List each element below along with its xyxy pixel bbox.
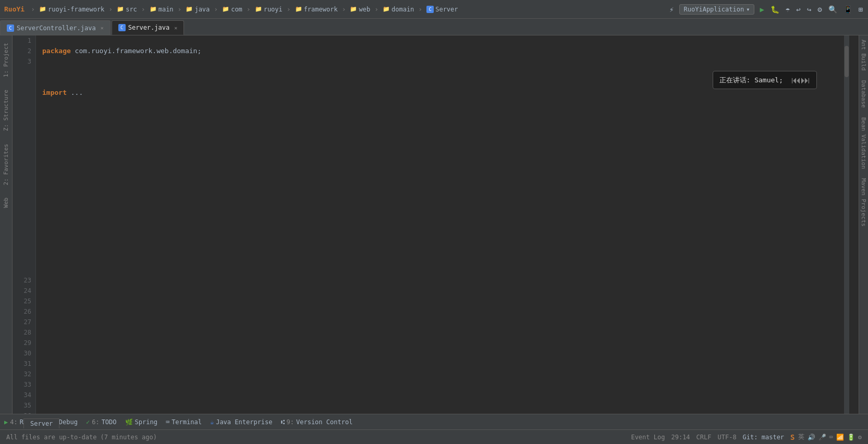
status-message: All files are up-to-date (7 minutes ago) bbox=[6, 434, 157, 441]
dropdown-arrow: ▾ bbox=[746, 6, 750, 13]
titlebar-right: ⚡ RuoYiApplication ▾ ▶ 🐛 ☂ ↩ ↪ ⚙ 🔍 📱 ⊞ bbox=[668, 4, 864, 15]
breadcrumb-domain[interactable]: 📁 domain bbox=[383, 6, 414, 13]
breadcrumb-label: web bbox=[359, 6, 370, 13]
folder-icon: 📁 bbox=[39, 6, 46, 13]
spring-label: Spring bbox=[135, 418, 157, 426]
breadcrumb-main[interactable]: 📁 main bbox=[150, 6, 174, 13]
settings-button[interactable]: ⚙ bbox=[816, 4, 823, 15]
terminal-icon: ⌨ bbox=[166, 418, 169, 426]
back-button[interactable]: ↩ bbox=[795, 4, 801, 15]
breadcrumb-ruoyi[interactable]: 📁 ruoyi bbox=[255, 6, 283, 13]
folder-icon: 📁 bbox=[222, 6, 229, 13]
breadcrumb-src[interactable]: 📁 src bbox=[117, 6, 137, 13]
spring-tool[interactable]: 🌿 Spring bbox=[125, 418, 157, 426]
breadcrumb-label: Server bbox=[435, 6, 458, 13]
folder-icon: 📁 bbox=[255, 6, 262, 13]
bottom-toolbar: ▶ 4: Run 🐛 5: Debug ✓ 6: TODO 🌿 Spring ⌨… bbox=[0, 414, 868, 429]
tray-keyboard: ⌨ bbox=[829, 434, 833, 441]
breadcrumb-label: com bbox=[231, 6, 242, 13]
phone-button[interactable]: 📱 bbox=[842, 4, 853, 15]
cursor-position[interactable]: 29:14 bbox=[671, 434, 690, 441]
sidebar-maven-tab[interactable]: Maven Projects bbox=[859, 174, 868, 231]
footer-class-tab[interactable]: Server bbox=[23, 418, 59, 428]
system-tray: S 英 🔊 🎤 ⌨ 📶 🔋 ⚙ bbox=[790, 433, 862, 441]
sogou-icon: S bbox=[790, 433, 794, 441]
terminal-tool[interactable]: ⌨ Terminal bbox=[166, 418, 202, 426]
breadcrumb-server[interactable]: C Server bbox=[426, 6, 458, 13]
search-button[interactable]: 🔍 bbox=[827, 4, 838, 15]
sidebar-project-tab[interactable]: 1: Project bbox=[2, 40, 10, 80]
tab-server[interactable]: C Server.java ✕ bbox=[112, 20, 185, 35]
tray-volume: 🔊 bbox=[808, 434, 815, 441]
java-enterprise-icon: ☕ bbox=[210, 418, 214, 426]
encoding[interactable]: UTF-8 bbox=[717, 434, 736, 441]
java-enterprise-label: Java Enterprise bbox=[216, 418, 272, 426]
git-branch[interactable]: Git: master bbox=[743, 434, 784, 441]
breadcrumb-ruoyi-framework[interactable]: 📁 ruoyi-framework bbox=[39, 6, 104, 13]
folder-icon: 📁 bbox=[295, 6, 302, 13]
vcs-icon[interactable]: ⚡ bbox=[668, 4, 675, 15]
run-button[interactable]: ▶ bbox=[759, 4, 765, 15]
footer-class-label: Server bbox=[30, 420, 53, 427]
sidebar-bean-validation-tab[interactable]: Bean Validation bbox=[859, 113, 868, 173]
notification-icon: ⏮⏭ bbox=[791, 75, 810, 85]
tray-battery: 🔋 bbox=[847, 434, 855, 441]
breadcrumb-web[interactable]: 📁 web bbox=[350, 6, 370, 13]
folder-icon: 📁 bbox=[186, 6, 193, 13]
left-sidebar: 1: Project Z: Structure 2: Favorites Web bbox=[0, 35, 13, 414]
sidebar-database-tab[interactable]: Database bbox=[859, 76, 868, 112]
tab-close-button[interactable]: ✕ bbox=[101, 25, 104, 31]
class-icon: C bbox=[426, 6, 434, 13]
tab-close-button[interactable]: ✕ bbox=[174, 25, 177, 31]
tab-label: ServerController.java bbox=[17, 24, 96, 32]
todo-label: TODO bbox=[102, 418, 117, 426]
folder-icon: 📁 bbox=[383, 6, 390, 13]
breadcrumb-label: ruoyi-framework bbox=[48, 6, 104, 13]
notification-popup: 正在讲话: Samuel; ⏮⏭ bbox=[713, 71, 817, 89]
sidebar-ant-build-tab[interactable]: Ant Build bbox=[859, 35, 868, 75]
run-config-label: RuoYiApplication bbox=[684, 6, 744, 13]
spring-icon: 🌿 bbox=[125, 418, 133, 426]
breadcrumb-label: src bbox=[126, 6, 137, 13]
run-configuration[interactable]: RuoYiApplication ▾ bbox=[679, 4, 755, 15]
scrollbar[interactable] bbox=[844, 35, 849, 414]
breadcrumb-label: domain bbox=[392, 6, 414, 13]
debug-button[interactable]: 🐛 bbox=[769, 4, 780, 15]
tray-mic: 🎤 bbox=[818, 434, 826, 441]
version-control-tool[interactable]: ⑆ 9: Version Control bbox=[281, 418, 353, 426]
breadcrumb-label: java bbox=[194, 6, 210, 13]
tray-network: 📶 bbox=[836, 434, 844, 441]
java-icon: C bbox=[7, 24, 14, 32]
statusbar: All files are up-to-date (7 minutes ago)… bbox=[0, 429, 868, 444]
code-editor[interactable]: 1 2 3 bbox=[13, 35, 859, 414]
sidebar-favorites-tab[interactable]: 2: Favorites bbox=[2, 141, 10, 188]
forward-button[interactable]: ↪ bbox=[806, 4, 812, 15]
line-ending[interactable]: CRLF bbox=[696, 434, 712, 441]
tray-settings: ⚙ bbox=[858, 434, 862, 441]
folder-icon: 📁 bbox=[150, 6, 157, 13]
coverage-button[interactable]: ☂ bbox=[785, 4, 791, 15]
folder-icon: 📁 bbox=[117, 6, 124, 13]
version-control-label: Version Control bbox=[296, 418, 352, 426]
sidebar-web-tab[interactable]: Web bbox=[2, 194, 10, 211]
breadcrumb-com[interactable]: 📁 com bbox=[222, 6, 242, 13]
breadcrumb-label: main bbox=[158, 6, 174, 13]
todo-tool[interactable]: ✓ 6: TODO bbox=[86, 418, 117, 426]
event-log[interactable]: Event Log bbox=[631, 434, 665, 441]
right-sidebar: Ant Build Database Bean Validation Maven… bbox=[859, 35, 868, 414]
titlebar: RuoYi › 📁 ruoyi-framework › 📁 src › 📁 ma… bbox=[0, 0, 868, 19]
scroll-thumb[interactable] bbox=[845, 46, 849, 77]
breadcrumb-java[interactable]: 📁 java bbox=[186, 6, 210, 13]
version-control-icon: ⑆ bbox=[281, 418, 285, 426]
tray-lang: 英 bbox=[798, 433, 804, 441]
run-icon: ▶ bbox=[4, 418, 8, 426]
sidebar-structure-tab[interactable]: Z: Structure bbox=[2, 87, 10, 134]
notification-text: 正在讲话: Samuel; bbox=[719, 76, 783, 85]
debug-label: Debug bbox=[59, 418, 78, 426]
statusbar-right: Event Log 29:14 CRLF UTF-8 Git: master S… bbox=[631, 433, 862, 441]
code-content[interactable]: package com.ruoyi.framework.web.domain; … bbox=[36, 35, 859, 414]
layout-button[interactable]: ⊞ bbox=[858, 4, 864, 15]
java-enterprise-tool[interactable]: ☕ Java Enterprise bbox=[210, 418, 273, 426]
tab-server-controller[interactable]: C ServerController.java ✕ bbox=[0, 20, 111, 35]
breadcrumb-framework[interactable]: 📁 framework bbox=[295, 6, 338, 13]
